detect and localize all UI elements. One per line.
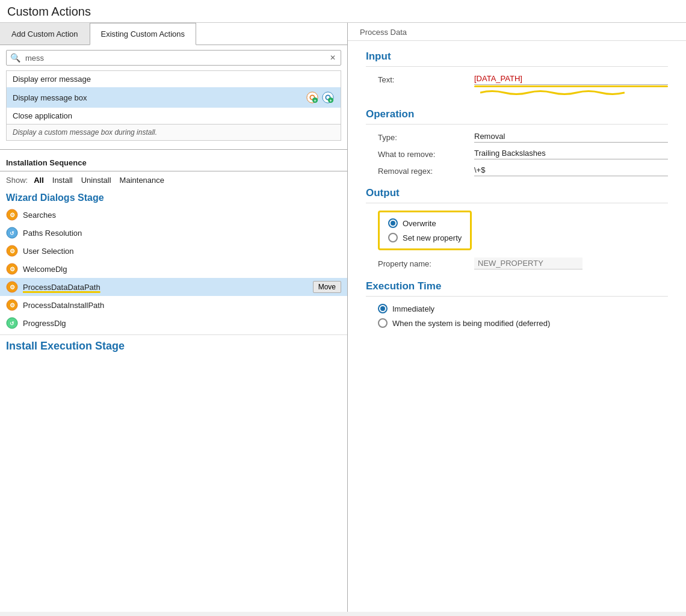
removal-regex-label: Removal regex: [378,165,474,176]
action-label: Display error message [13,75,91,84]
svg-text:+: + [329,98,332,103]
execution-time-title: Execution Time [366,280,668,297]
seq-item-label: Searches [23,211,341,220]
output-options-box: Overwrite Set new property [378,211,472,250]
installation-sequence: Installation Sequence Show: All Install … [0,155,347,612]
app-title: Custom Actions [0,0,686,23]
tabs-row: Add Custom Action Existing Custom Action… [0,23,347,45]
arrow-add-button[interactable]: + [321,91,335,104]
what-to-remove-label: What to remove: [378,149,474,159]
deferred-radio-row[interactable]: When the system is being modified (defer… [366,318,668,328]
field-row-text: Text: [DATA_PATH] [366,74,668,85]
seq-item-label: User Selection [23,247,341,256]
seq-item-label: WelcomeDlg [23,265,341,274]
tab-existing-custom-actions[interactable]: Existing Custom Actions [90,23,196,45]
field-row-type: Type: Removal [366,132,668,143]
text-label: Text: [378,74,474,84]
immediately-radio[interactable] [378,304,388,313]
input-section-title: Input [366,51,668,67]
seq-item-label: Paths Resolution [23,229,341,238]
svg-text:↺: ↺ [10,321,14,327]
set-new-property-radio-row[interactable]: Set new property [388,233,462,242]
type-label: Type: [378,132,474,142]
property-name-input[interactable] [474,257,582,270]
type-value: Removal [474,132,668,143]
show-label: Show: [6,176,28,185]
wizard-dialogs-stage-title: Wizard Dialogs Stage [0,189,347,206]
searches-icon: ⚙ [6,209,18,221]
installation-sequence-header: Installation Sequence [0,155,347,171]
welcome-dlg-icon: ⚙ [6,263,18,275]
search-icon: 🔍 [7,51,24,65]
radio-dot [380,306,385,311]
set-new-property-label: Set new property [403,233,462,242]
action-label: Display message box [13,93,87,102]
field-row-what-to-remove: What to remove: Trailing Backslashes [366,149,668,159]
property-name-row: Property name: [366,257,668,270]
seq-item-searches[interactable]: ⚙ Searches [0,206,347,224]
install-execution-stage-title: Install Execution Stage [0,334,347,356]
process-data-header: Process Data [348,23,686,41]
deferred-radio[interactable] [378,318,388,328]
list-item[interactable]: Close application [7,108,341,124]
seq-item-process-data-path[interactable]: ⚙ ProcessDataDataPath Move [0,278,347,296]
output-section-title: Output [366,187,668,203]
action-list: Display error message Display message bo… [6,70,341,125]
svg-text:⚙: ⚙ [10,212,15,218]
what-to-remove-value: Trailing Backslashes [474,149,668,159]
right-content: Input Text: [DATA_PATH] Operation Type: … [348,41,686,342]
svg-text:⚙: ⚙ [10,284,15,291]
overwrite-radio-row[interactable]: Overwrite [388,218,462,228]
seq-item-progress-dlg[interactable]: ↺ ProgressDlg [0,314,347,332]
svg-text:⚙: ⚙ [10,302,15,309]
move-button[interactable]: Move [313,281,341,293]
action-item-icons: + + [306,91,335,104]
svg-text:↺: ↺ [10,230,14,236]
process-data-path-icon: ⚙ [6,281,18,293]
seq-item-label: ProcessDataInstallPath [23,301,341,310]
gear-add-button[interactable]: + [306,91,319,104]
removal-regex-value: \+$ [474,165,668,176]
sequence-list: Wizard Dialogs Stage ⚙ Searches ↺ Paths … [0,189,347,612]
radio-dot [391,221,395,226]
seq-item-label: ProgressDlg [23,319,341,328]
text-value: [DATA_PATH] [474,74,668,85]
search-row: 🔍 ✕ [6,50,341,66]
seq-item-welcome-dlg[interactable]: ⚙ WelcomeDlg [0,260,347,278]
overwrite-label: Overwrite [403,219,436,228]
svg-text:⚙: ⚙ [10,248,15,254]
user-selection-icon: ⚙ [6,245,18,257]
filter-maintenance-button[interactable]: Maintenance [117,175,167,185]
divider [0,149,347,150]
left-panel: Add Custom Action Existing Custom Action… [0,23,348,612]
action-label: Close application [13,111,72,120]
seq-item-paths-resolution[interactable]: ↺ Paths Resolution [0,224,347,242]
paths-resolution-icon: ↺ [6,227,18,239]
search-clear-button[interactable]: ✕ [325,51,341,64]
property-name-label: Property name: [378,259,474,268]
seq-item-label: ProcessDataDataPath [23,283,308,292]
right-panel: Process Data Input Text: [DATA_PATH] Ope… [348,23,686,612]
filter-all-button[interactable]: All [31,175,46,185]
tab-add-custom-action[interactable]: Add Custom Action [0,23,90,45]
immediately-radio-row[interactable]: Immediately [366,304,668,313]
list-item[interactable]: Display message box + [7,87,341,108]
immediately-label: Immediately [392,304,434,313]
field-row-removal-regex: Removal regex: \+$ [366,165,668,176]
svg-text:+: + [314,98,316,103]
overwrite-radio[interactable] [388,218,398,228]
filter-uninstall-button[interactable]: Uninstall [79,175,114,185]
seq-item-user-selection[interactable]: ⚙ User Selection [0,242,347,260]
seq-item-process-data-install[interactable]: ⚙ ProcessDataInstallPath [0,296,347,314]
action-description: Display a custom message box during inst… [6,125,341,141]
svg-text:⚙: ⚙ [10,266,15,273]
operation-section-title: Operation [366,108,668,125]
search-input[interactable] [24,51,325,65]
yellow-underline-decoration [480,90,625,96]
show-filter-row: Show: All Install Uninstall Maintenance [0,171,347,189]
set-new-property-radio[interactable] [388,233,398,242]
progress-dlg-icon: ↺ [6,317,18,329]
list-item[interactable]: Display error message [7,71,341,87]
process-data-install-icon: ⚙ [6,299,18,311]
filter-install-button[interactable]: Install [50,175,75,185]
